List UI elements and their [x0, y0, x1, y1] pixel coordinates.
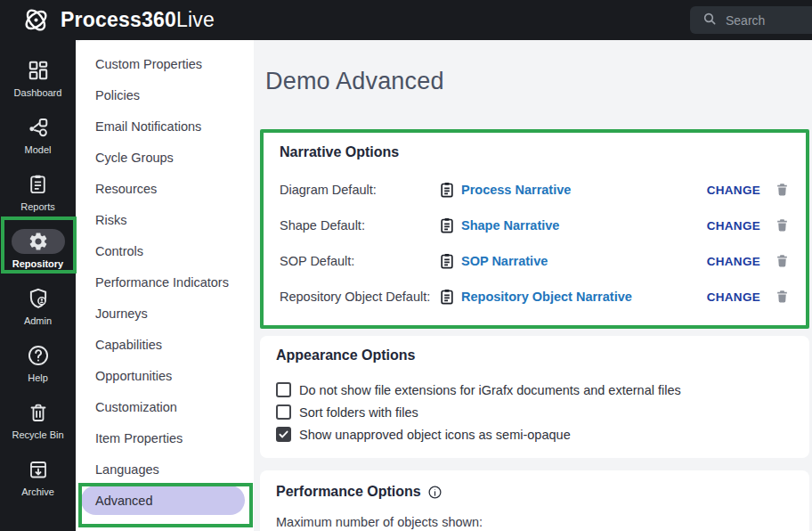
narrative-row: Repository Object Default:Repository Obj… — [280, 279, 790, 315]
sidebar-item-archive[interactable]: Archive — [0, 448, 76, 505]
narrative-options-heading: Narrative Options — [280, 143, 790, 161]
sidebar-item-dashboard[interactable]: Dashboard — [0, 49, 76, 106]
narrative-options-card: Narrative Options Diagram Default:Proces… — [260, 129, 809, 329]
submenu-item-risks[interactable]: Risks — [76, 204, 254, 235]
change-button[interactable]: CHANGE — [707, 290, 760, 304]
submenu-item-advanced[interactable]: Advanced — [81, 486, 245, 515]
delete-icon[interactable] — [775, 253, 790, 269]
change-button[interactable]: CHANGE — [707, 255, 760, 268]
search-icon — [702, 12, 717, 29]
archive-box-icon — [28, 457, 49, 482]
brand-atom-icon — [21, 5, 51, 35]
sidebar-item-label: Model — [25, 144, 52, 155]
dashboard-grid-icon — [27, 58, 50, 83]
submenu-item-policies[interactable]: Policies — [76, 79, 254, 110]
narrative-link[interactable]: Repository Object Narrative — [461, 290, 632, 304]
submenu-item-customization[interactable]: Customization — [76, 391, 254, 422]
narrative-row-label: Shape Default: — [280, 218, 438, 233]
help-question-icon — [27, 343, 50, 368]
reports-clipboard-icon — [27, 172, 49, 197]
checkbox-label: Do not show file extensions for iGrafx d… — [299, 383, 681, 397]
sidebar-item-model[interactable]: Model — [0, 106, 76, 163]
sidebar-item-label: Repository — [12, 258, 63, 269]
checkbox[interactable] — [276, 382, 291, 397]
submenu-item-journeys[interactable]: Journeys — [76, 298, 254, 329]
checkbox-label: Show unapproved object icons as semi-opa… — [299, 428, 571, 442]
narrative-clipboard-icon — [438, 181, 456, 199]
submenu-item-resources[interactable]: Resources — [76, 173, 254, 204]
checkbox-row[interactable]: Do not show file extensions for iGrafx d… — [276, 379, 793, 401]
brand: Process360Live — [21, 5, 215, 35]
narrative-row: Shape Default:Shape NarrativeCHANGE — [280, 208, 790, 243]
sidebar-item-reports[interactable]: Reports — [0, 163, 76, 220]
primary-sidebar: DashboardModelReportsRepositoryAdminHelp… — [0, 40, 76, 531]
brand-title: Process360Live — [61, 8, 215, 32]
sidebar-item-label: Archive — [21, 486, 54, 497]
narrative-link[interactable]: Shape Narrative — [461, 218, 559, 233]
submenu-item-item-properties[interactable]: Item Properties — [76, 422, 254, 453]
narrative-clipboard-icon — [438, 288, 456, 306]
sidebar-item-label: Reports — [20, 201, 55, 212]
narrative-link[interactable]: SOP Narrative — [461, 254, 548, 268]
performance-options-heading: Performance Options — [276, 483, 793, 501]
appearance-options-card: Appearance Options Do not show file exte… — [260, 336, 809, 458]
model-nodes-icon — [27, 115, 50, 140]
checkbox-row[interactable]: Sort folders with files — [276, 401, 793, 423]
secondary-sidebar: Custom PropertiesPoliciesEmail Notificat… — [76, 40, 254, 531]
repository-gear-icon — [12, 229, 65, 254]
sidebar-item-label: Dashboard — [14, 87, 62, 98]
submenu-item-controls[interactable]: Controls — [76, 235, 254, 266]
info-icon[interactable] — [427, 485, 443, 500]
recycle-bin-icon — [28, 400, 49, 425]
performance-options-card: Performance Options Maximum number of ob… — [260, 470, 809, 531]
narrative-clipboard-icon — [438, 252, 456, 270]
search-box[interactable]: Search — [690, 6, 812, 34]
submenu-item-cycle-groups[interactable]: Cycle Groups — [76, 142, 254, 173]
change-button[interactable]: CHANGE — [707, 219, 760, 233]
sidebar-item-label: Admin — [24, 315, 52, 326]
submenu-item-languages[interactable]: Languages — [76, 453, 254, 485]
narrative-clipboard-icon — [438, 216, 456, 234]
main-content: Demo Advanced Narrative Options Diagram … — [254, 40, 812, 531]
narrative-row-label: Repository Object Default: — [280, 290, 438, 304]
app-window: Process360Live Search DashboardModelRepo… — [0, 0, 812, 531]
submenu-item-opportunities[interactable]: Opportunities — [76, 360, 254, 391]
checkbox[interactable] — [276, 404, 291, 420]
admin-shield-icon — [27, 286, 50, 311]
sidebar-item-help[interactable]: Help — [0, 334, 76, 391]
narrative-row-label: SOP Default: — [280, 254, 438, 268]
submenu-item-custom-properties[interactable]: Custom Properties — [76, 48, 254, 79]
narrative-row: SOP Default:SOP NarrativeCHANGE — [280, 243, 790, 279]
checkbox-label: Sort folders with files — [299, 405, 418, 420]
narrative-link[interactable]: Process Narrative — [461, 183, 571, 197]
topbar: Process360Live Search — [0, 0, 812, 40]
submenu-item-performance-indicators[interactable]: Performance Indicators — [76, 266, 254, 298]
checkbox-row[interactable]: Show unapproved object icons as semi-opa… — [276, 423, 793, 445]
delete-icon[interactable] — [775, 182, 790, 198]
search-placeholder: Search — [726, 13, 765, 28]
delete-icon[interactable] — [775, 217, 790, 233]
checkbox[interactable] — [276, 427, 291, 442]
page-title: Demo Advanced — [265, 64, 809, 98]
submenu-item-email-notifications[interactable]: Email Notifications — [76, 110, 254, 142]
delete-icon[interactable] — [775, 289, 790, 305]
max-objects-label: Maximum number of objects shown: — [276, 515, 793, 529]
sidebar-item-recycle-bin[interactable]: Recycle Bin — [0, 391, 76, 448]
narrative-row-label: Diagram Default: — [280, 183, 438, 197]
submenu-item-capabilities[interactable]: Capabilities — [76, 329, 254, 360]
narrative-row: Diagram Default:Process NarrativeCHANGE — [280, 172, 790, 208]
appearance-options-heading: Appearance Options — [276, 347, 793, 364]
change-button[interactable]: CHANGE — [707, 184, 760, 197]
sidebar-item-label: Help — [28, 372, 48, 383]
sidebar-item-repository[interactable]: Repository — [0, 220, 76, 277]
sidebar-item-admin[interactable]: Admin — [0, 277, 76, 334]
sidebar-item-label: Recycle Bin — [12, 429, 63, 440]
